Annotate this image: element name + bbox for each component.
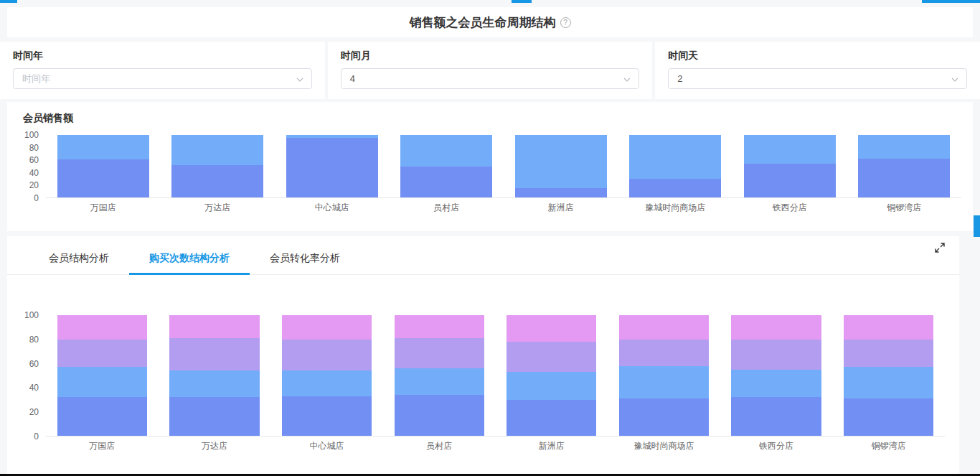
bar-segment-series-2[interactable] <box>629 135 721 179</box>
bar-segment-series-4[interactable] <box>844 315 933 340</box>
stacked-bar[interactable] <box>57 315 147 436</box>
stacked-bar[interactable] <box>731 315 821 436</box>
bar-segment-series-4[interactable] <box>395 315 484 338</box>
bar-segment-series-4[interactable] <box>619 315 709 340</box>
stacked-bar[interactable] <box>400 135 492 197</box>
bar-segment-series-1[interactable] <box>286 138 378 197</box>
expand-icon[interactable] <box>935 243 945 253</box>
y-axis: 020406080100 <box>14 315 46 437</box>
stacked-bar[interactable] <box>169 315 259 436</box>
bar-segment-series-3[interactable] <box>57 340 147 368</box>
stacked-bar[interactable] <box>619 315 709 436</box>
stacked-bar[interactable] <box>171 135 263 197</box>
bar-segment-series-2[interactable] <box>515 135 607 188</box>
bar-segment-series-4[interactable] <box>507 315 596 342</box>
stacked-bar[interactable] <box>629 135 721 197</box>
bar-segment-series-2[interactable] <box>731 370 821 398</box>
analysis-card: 会员结构分析 购买次数结构分析 会员转化率分析 020406080100万国店万… <box>7 236 959 476</box>
stacked-bar[interactable] <box>744 135 836 197</box>
analysis-tabs: 会员结构分析 购买次数结构分析 会员转化率分析 <box>7 236 959 275</box>
bar-segment-series-4[interactable] <box>57 315 147 340</box>
tab-member-structure[interactable]: 会员结构分析 <box>29 252 129 274</box>
top-accent-strip-left <box>0 0 17 3</box>
y-tick-label: 100 <box>24 310 39 320</box>
bar-segment-series-3[interactable] <box>507 342 596 372</box>
help-icon[interactable]: ? <box>560 17 571 28</box>
y-tick-label: 40 <box>29 383 39 393</box>
category-label: 铁西分店 <box>720 440 833 452</box>
month-select[interactable]: 4 <box>341 68 640 89</box>
y-tick-label: 0 <box>34 431 39 442</box>
category-label: 中心城店 <box>275 202 390 214</box>
bar-segment-series-1[interactable] <box>400 167 492 197</box>
y-tick-label: 60 <box>29 155 39 165</box>
stacked-bar[interactable] <box>57 135 149 197</box>
bar-segment-series-1[interactable] <box>629 179 721 197</box>
bar-segment-series-4[interactable] <box>282 315 372 340</box>
category-label: 员村店 <box>383 440 496 452</box>
bar-segment-series-1[interactable] <box>507 400 596 436</box>
bar-segment-series-2[interactable] <box>858 135 950 159</box>
y-tick-label: 80 <box>29 335 39 345</box>
y-axis: 020406080100 <box>14 135 46 198</box>
bar-segment-series-2[interactable] <box>844 367 933 398</box>
bar-segment-series-2[interactable] <box>171 135 263 165</box>
bar-segment-series-1[interactable] <box>282 396 372 436</box>
bar-segment-series-1[interactable] <box>515 188 607 197</box>
stacked-bar[interactable] <box>515 135 607 197</box>
bar-segment-series-2[interactable] <box>169 370 259 397</box>
stacked-bar[interactable] <box>844 315 933 436</box>
bar-segment-series-2[interactable] <box>744 135 836 164</box>
bar-segment-series-1[interactable] <box>57 159 149 197</box>
year-select[interactable]: 时间年 <box>13 68 312 89</box>
bar-segment-series-2[interactable] <box>57 135 149 159</box>
chevron-down-icon <box>296 78 303 82</box>
bar-segment-series-4[interactable] <box>731 315 821 340</box>
stacked-bar[interactable] <box>858 135 950 197</box>
bar-segment-series-2[interactable] <box>282 370 372 396</box>
stacked-bar[interactable] <box>395 315 484 436</box>
y-tick-label: 40 <box>29 168 39 178</box>
bar-segment-series-3[interactable] <box>731 340 821 370</box>
bar-segment-series-1[interactable] <box>858 159 950 197</box>
bar-segment-series-1[interactable] <box>844 398 933 436</box>
bar-segment-series-1[interactable] <box>395 395 484 436</box>
tab-member-conversion[interactable]: 会员转化率分析 <box>250 252 360 274</box>
bar-segment-series-2[interactable] <box>507 372 596 400</box>
tab-purchase-count-structure[interactable]: 购买次数结构分析 <box>129 252 250 274</box>
category-label: 新洲店 <box>504 202 618 214</box>
bar-segment-series-2[interactable] <box>400 135 492 167</box>
stacked-bar[interactable] <box>282 315 372 436</box>
category-label: 万国店 <box>46 202 161 214</box>
bar-segment-series-1[interactable] <box>731 397 821 436</box>
bar-segment-series-1[interactable] <box>744 164 836 197</box>
member-sales-chart: 020406080100万国店万达店中心城店员村店新洲店豫城时尚商场店铁西分店铜… <box>14 135 961 217</box>
bar-segment-series-1[interactable] <box>57 397 147 436</box>
category-label: 万国店 <box>46 440 159 452</box>
bar-segment-series-3[interactable] <box>169 338 259 370</box>
filter-label-month: 时间月 <box>341 50 640 62</box>
chevron-down-icon <box>951 78 958 82</box>
bar-segment-series-4[interactable] <box>169 315 259 338</box>
bar-segment-series-3[interactable] <box>282 340 372 371</box>
bar-segment-series-1[interactable] <box>171 165 263 197</box>
bar-segment-series-2[interactable] <box>395 368 484 395</box>
bar-segment-series-3[interactable] <box>619 340 709 366</box>
day-select[interactable]: 2 <box>668 68 967 89</box>
bar-segment-series-1[interactable] <box>619 398 709 436</box>
stacked-bar[interactable] <box>507 315 596 436</box>
stacked-bar[interactable] <box>286 135 378 197</box>
bar-segment-series-3[interactable] <box>844 340 933 368</box>
bar-segment-series-2[interactable] <box>57 367 147 397</box>
filter-label-year: 时间年 <box>13 50 312 62</box>
month-select-value: 4 <box>350 73 355 84</box>
bar-segment-series-1[interactable] <box>169 397 259 436</box>
filter-row: 时间年 时间年 时间月 4 时间天 2 <box>0 42 980 99</box>
bar-segment-series-2[interactable] <box>619 366 709 398</box>
scrollbar-thumb[interactable] <box>974 215 980 237</box>
bar-segment-series-3[interactable] <box>395 338 484 368</box>
category-label: 新洲店 <box>496 440 608 452</box>
category-label: 中心城店 <box>270 440 383 452</box>
filter-card-day: 时间天 2 <box>655 42 980 99</box>
category-label: 铜锣湾店 <box>832 440 945 452</box>
